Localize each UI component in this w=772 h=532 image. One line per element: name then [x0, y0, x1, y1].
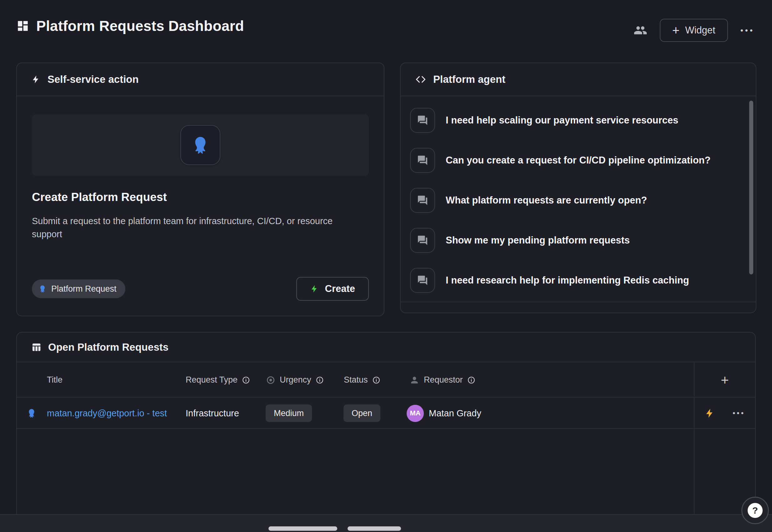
header-actions: + Widget ••• [634, 19, 754, 42]
info-icon[interactable] [372, 376, 380, 384]
urgency-badge: Medium [266, 404, 312, 422]
row-title-link[interactable]: matan.grady@getport.io - test [47, 408, 167, 419]
chat-bubble-icon[interactable] [410, 188, 435, 213]
platform-agent-card-header: Platform agent [401, 63, 756, 96]
self-service-card-header: Self-service action [17, 63, 384, 96]
table-row[interactable]: matan.grady@getport.io - test Infrastruc… [17, 398, 755, 429]
people-icon[interactable] [634, 23, 647, 37]
agent-suggestion-list: I need help scaling our payment service … [401, 96, 756, 300]
requestor-name: Matan Grady [429, 408, 481, 419]
run-action-lightning-icon[interactable] [704, 408, 715, 419]
row-request-type-cell: Infrastructure [186, 398, 239, 429]
self-service-body: Create Platform Request Submit a request… [17, 96, 384, 316]
column-label: Status [344, 375, 368, 385]
agent-suggestion-text: What platform requests are currently ope… [446, 195, 647, 206]
status-badge: Open [343, 404, 380, 422]
row-actions-cell: ••• [694, 398, 756, 429]
self-service-action-card: Self-service action Create Platform Requ… [16, 63, 384, 316]
table-card-title: Open Platform Requests [48, 341, 168, 353]
question-mark-icon: ? [748, 503, 763, 518]
create-button-label: Create [325, 283, 355, 294]
agent-suggestion-item[interactable]: Can you create a request for CI/CD pipel… [410, 140, 743, 180]
help-button[interactable]: ? [741, 497, 769, 524]
platform-requests-dashboard: Platform Requests Dashboard + Widget •••… [0, 0, 772, 532]
add-column-button[interactable]: + [694, 362, 756, 398]
self-service-card-title: Self-service action [48, 73, 139, 85]
row-title-cell: matan.grady@getport.io - test [47, 398, 167, 429]
agent-suggestion-text: I need help scaling our payment service … [446, 115, 678, 126]
platform-agent-card-title: Platform agent [433, 73, 505, 85]
bottom-scroll-strip [0, 514, 772, 532]
agent-suggestion-text: Can you create a request for CI/CD pipel… [446, 155, 710, 166]
vertical-scrollbar-thumb[interactable] [749, 101, 753, 274]
port-octopus-icon [26, 408, 37, 419]
row-status-cell: Open [343, 398, 380, 429]
column-label: Urgency [280, 375, 311, 385]
self-service-footer: Platform Request Create [32, 277, 369, 301]
add-widget-button[interactable]: + Widget [660, 19, 728, 42]
radio-circle-icon [266, 375, 275, 385]
chip-label: Platform Request [51, 284, 117, 294]
platform-agent-card: Platform agent I need help scaling our p… [400, 63, 756, 313]
requestor-avatar: MA [407, 405, 424, 422]
column-label: Requestor [424, 375, 463, 385]
row-urgency-cell: Medium [266, 398, 312, 429]
chat-bubble-icon[interactable] [410, 268, 435, 293]
column-label: Title [47, 375, 63, 385]
column-header-title[interactable]: Title [47, 362, 63, 398]
lightning-icon [31, 75, 41, 84]
table-header-row: Title Request Type Urgency Status [17, 362, 755, 398]
create-button[interactable]: Create [296, 277, 369, 301]
column-header-urgency[interactable]: Urgency [266, 362, 324, 398]
row-more-icon[interactable]: ••• [733, 409, 745, 418]
port-octopus-icon [190, 135, 211, 155]
chat-bubble-icon[interactable] [410, 228, 435, 253]
agent-suggestion-item[interactable]: I need research help for implementing Re… [410, 260, 743, 300]
action-logo-tile [180, 125, 220, 165]
agent-suggestion-text: Show me my pending platform requests [446, 235, 630, 246]
horizontal-scrollbar-thumb[interactable] [268, 526, 337, 531]
agent-footer-divider [401, 302, 756, 302]
person-icon [409, 375, 419, 385]
dashboard-grid-icon [16, 19, 29, 33]
table-card-header: Open Platform Requests [17, 333, 755, 362]
port-octopus-icon [38, 284, 47, 293]
code-icon [415, 74, 426, 85]
platform-request-chip[interactable]: Platform Request [32, 279, 125, 298]
horizontal-scrollbar-thumb[interactable] [348, 526, 401, 531]
page-header: Platform Requests Dashboard [16, 18, 244, 34]
info-icon[interactable] [242, 376, 250, 384]
add-widget-label: Widget [685, 25, 715, 36]
row-entity-icon-cell [26, 398, 37, 429]
action-description: Submit a request to the platform team fo… [32, 214, 348, 241]
open-platform-requests-card: Open Platform Requests Title Request Typ… [16, 332, 756, 532]
request-type-value: Infrastructure [186, 408, 239, 419]
column-header-request-type[interactable]: Request Type [186, 362, 250, 398]
agent-suggestion-item[interactable]: Show me my pending platform requests [410, 220, 743, 260]
action-preview-panel [32, 114, 369, 176]
column-label: Request Type [186, 375, 238, 385]
agent-suggestion-item[interactable]: What platform requests are currently ope… [410, 180, 743, 220]
info-icon[interactable] [316, 376, 324, 384]
action-title: Create Platform Request [32, 191, 369, 204]
plus-icon: + [672, 24, 679, 37]
header-more-icon[interactable]: ••• [740, 26, 754, 35]
lightning-icon [310, 284, 319, 293]
chat-bubble-icon[interactable] [410, 108, 435, 133]
table-icon [31, 342, 41, 352]
column-header-requestor[interactable]: Requestor [409, 362, 475, 398]
page-title: Platform Requests Dashboard [36, 18, 244, 34]
agent-suggestion-item[interactable]: I need help scaling our payment service … [410, 100, 743, 140]
chat-bubble-icon[interactable] [410, 148, 435, 173]
info-icon[interactable] [467, 376, 475, 384]
row-requestor-cell: MA Matan Grady [407, 398, 481, 429]
column-header-status[interactable]: Status [344, 362, 380, 398]
agent-suggestion-text: I need research help for implementing Re… [446, 275, 689, 286]
